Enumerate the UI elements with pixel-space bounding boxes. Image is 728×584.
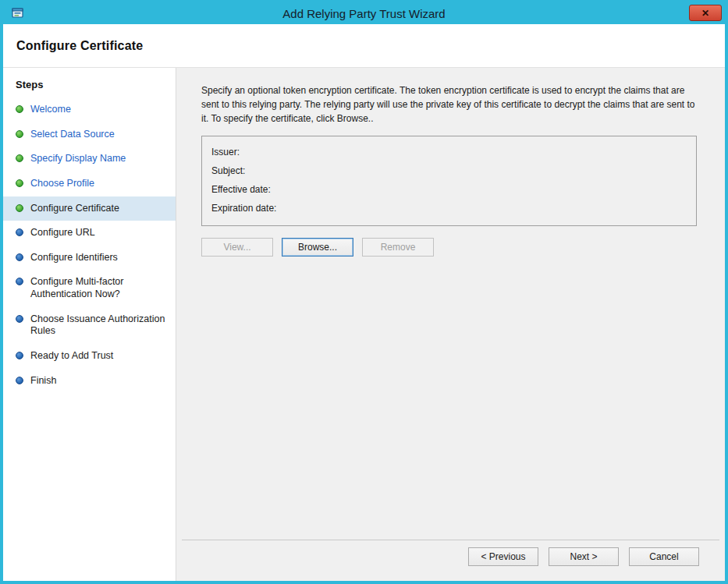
step-pending-icon	[16, 278, 23, 285]
view-button: View...	[201, 238, 273, 257]
sidebar-item-choose-profile[interactable]: Choose Profile	[3, 172, 176, 196]
step-label: Configure Identifiers	[30, 252, 118, 264]
certificate-field-label: Expiration date:	[211, 199, 276, 218]
step-label: Configure URL	[30, 227, 95, 239]
step-pending-icon	[16, 352, 23, 359]
sidebar-item-finish: Finish	[3, 369, 176, 394]
sidebar-item-choose-issuance-authorization-rules: Choose Issuance Authorization Rules	[3, 307, 176, 344]
sidebar-item-welcome[interactable]: Welcome	[3, 97, 176, 122]
sidebar-item-configure-certificate: Configure Certificate	[3, 196, 176, 221]
step-label: Select Data Source	[30, 129, 115, 141]
previous-button[interactable]: < Previous	[468, 547, 538, 566]
next-button[interactable]: Next >	[549, 547, 619, 566]
steps-list: WelcomeSelect Data SourceSpecify Display…	[3, 97, 176, 393]
step-complete-icon	[16, 154, 23, 162]
step-label: Choose Issuance Authorization Rules	[30, 313, 169, 338]
page-header: Configure Certificate	[3, 24, 725, 68]
sidebar-item-specify-display-name[interactable]: Specify Display Name	[3, 147, 176, 172]
step-label: Ready to Add Trust	[30, 350, 113, 363]
footer-buttons: < Previous Next > Cancel	[468, 547, 699, 566]
wizard-body: Steps WelcomeSelect Data SourceSpecify D…	[3, 68, 725, 581]
window-title: Add Relying Party Trust Wizard	[282, 7, 445, 20]
steps-sidebar: Steps WelcomeSelect Data SourceSpecify D…	[3, 68, 176, 581]
certificate-box: Issuer:Subject:Effective date:Expiration…	[201, 136, 697, 226]
certificate-field-row: Effective date:	[211, 180, 687, 199]
step-label: Specify Display Name	[30, 153, 126, 165]
step-complete-icon	[16, 130, 23, 138]
step-label: Configure Certificate	[30, 203, 119, 215]
step-label: Finish	[30, 375, 56, 388]
page-title: Configure Certificate	[16, 39, 143, 53]
sidebar-item-select-data-source[interactable]: Select Data Source	[3, 122, 176, 147]
step-label: Configure Multi-factor Authentication No…	[30, 276, 169, 300]
content-area: Specify an optional token encryption cer…	[176, 68, 725, 581]
step-complete-icon	[16, 179, 23, 187]
certificate-field-row: Expiration date:	[211, 199, 687, 218]
certificate-field-label: Effective date:	[211, 180, 271, 199]
certificate-field-row: Issuer:	[211, 143, 687, 161]
footer-divider	[182, 540, 719, 540]
certificate-field-row: Subject:	[211, 161, 687, 180]
wizard-app-icon	[11, 6, 25, 20]
step-pending-icon	[16, 377, 23, 384]
sidebar-item-configure-identifiers: Configure Identifiers	[3, 246, 176, 271]
certificate-actions: View... Browse... Remove	[201, 238, 697, 257]
sidebar-item-configure-multi-factor-authentication-now: Configure Multi-factor Authentication No…	[3, 270, 176, 306]
add-relying-party-trust-wizard-window: Add Relying Party Trust Wizard ✕ Configu…	[0, 0, 728, 584]
step-pending-icon	[16, 315, 23, 323]
browse-button[interactable]: Browse...	[282, 238, 353, 257]
step-pending-icon	[16, 253, 23, 261]
step-complete-icon	[16, 204, 23, 212]
description-text: Specify an optional token encryption cer…	[201, 84, 697, 126]
close-button[interactable]: ✕	[689, 5, 722, 21]
cancel-button[interactable]: Cancel	[629, 547, 699, 566]
step-label: Choose Profile	[30, 178, 94, 190]
certificate-field-label: Subject:	[211, 161, 245, 180]
titlebar: Add Relying Party Trust Wizard ✕	[3, 3, 725, 24]
steps-heading: Steps	[3, 76, 176, 97]
step-complete-icon	[16, 105, 23, 113]
sidebar-item-configure-url: Configure URL	[3, 221, 176, 246]
certificate-field-label: Issuer:	[211, 143, 240, 161]
step-label: Welcome	[30, 104, 71, 116]
step-pending-icon	[16, 228, 23, 236]
remove-button: Remove	[362, 238, 434, 257]
sidebar-item-ready-to-add-trust: Ready to Add Trust	[3, 344, 176, 369]
